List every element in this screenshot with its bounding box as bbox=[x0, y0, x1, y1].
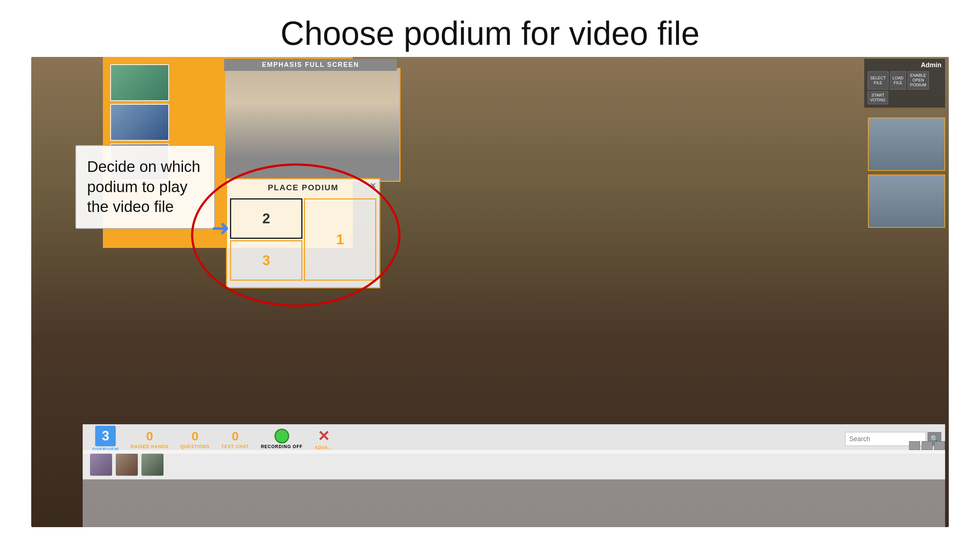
admin-label: Admin bbox=[866, 60, 943, 70]
admin-panel: Admin SELECTFILE LOADFILE ENABLEOPENPODI… bbox=[864, 59, 945, 108]
advanced-button[interactable]: ✕ ADVA... bbox=[309, 426, 339, 452]
emphasis-bar: EMPHASIS FULL SCREEN bbox=[224, 59, 397, 71]
enable-open-podium-button[interactable]: ENABLEOPENPODIUM bbox=[908, 71, 929, 90]
page-title: Choose podium for video file bbox=[0, 0, 980, 64]
raised-hands-button[interactable]: 0 RAISED HANDS bbox=[124, 427, 174, 451]
recording-indicator bbox=[275, 429, 289, 443]
questions-button[interactable]: 0 QUESTIONS bbox=[175, 427, 216, 451]
place-podium-dialog: ✕ PLACE PODIUM 2 1 3 bbox=[226, 178, 380, 288]
bottom-gray-area bbox=[83, 480, 945, 527]
load-file-button[interactable]: LOADFILE bbox=[890, 71, 906, 90]
text-chat-label: TEXT CHAT bbox=[221, 444, 249, 449]
video-person bbox=[225, 69, 399, 181]
avatar-strip bbox=[83, 450, 945, 480]
text-chat-button[interactable]: 0 TEXT CHAT bbox=[216, 427, 255, 451]
raised-hands-label: RAISED HANDS bbox=[130, 444, 168, 449]
text-chat-count: 0 bbox=[232, 429, 239, 443]
avatar-3[interactable] bbox=[142, 454, 164, 476]
grid-view-icon[interactable] bbox=[909, 441, 920, 450]
advanced-label: ADVA... bbox=[315, 445, 333, 450]
podium-cell-2[interactable]: 2 bbox=[230, 198, 302, 239]
thumbnail-2 bbox=[110, 104, 169, 141]
recording-button[interactable]: RECORDING OFF bbox=[255, 427, 309, 451]
raised-hands-count: 0 bbox=[146, 429, 153, 443]
podium-cell-1[interactable]: 1 bbox=[304, 198, 376, 281]
blue-arrow-icon: ➜ bbox=[211, 215, 230, 241]
dialog-title: PLACE PODIUM bbox=[227, 179, 379, 195]
podium-cell-3[interactable]: 3 bbox=[230, 240, 302, 281]
thumbnail-1 bbox=[110, 64, 169, 101]
avatar-1[interactable] bbox=[90, 454, 112, 476]
participant-video-2 bbox=[869, 175, 944, 227]
list-view-icon[interactable] bbox=[921, 441, 932, 450]
overview-button[interactable]: 3 OVERVIEW bbox=[86, 424, 124, 454]
recording-label: RECORDING OFF bbox=[261, 444, 303, 449]
view-icons-area bbox=[909, 441, 945, 450]
dialog-close-button[interactable]: ✕ bbox=[370, 181, 376, 191]
main-video-feed bbox=[224, 68, 401, 182]
questions-count: 0 bbox=[191, 429, 199, 443]
explanation-box: Decide on which podium to play the video… bbox=[75, 145, 215, 229]
avatar-2[interactable] bbox=[116, 454, 138, 476]
screen-frame: EMPHASIS FULL SCREEN Decide on which pod… bbox=[31, 57, 949, 527]
tile-view-icon[interactable] bbox=[934, 441, 945, 450]
participant-thumbnail-2 bbox=[868, 175, 945, 228]
questions-label: QUESTIONS bbox=[180, 444, 210, 449]
participant-video-1 bbox=[869, 118, 944, 170]
select-file-button[interactable]: SELECTFILE bbox=[867, 71, 888, 90]
admin-buttons-area: SELECTFILE LOADFILE ENABLEOPENPODIUM STA… bbox=[866, 70, 943, 106]
podium-grid: 2 1 3 bbox=[227, 195, 379, 284]
bottom-toolbar: 3 OVERVIEW 0 RAISED HANDS 0 QUESTIONS 0 … bbox=[83, 424, 945, 454]
participant-thumbnail-1 bbox=[868, 118, 945, 171]
start-voting-button[interactable]: STARTVOTING bbox=[867, 91, 888, 104]
advanced-icon: ✕ bbox=[318, 427, 330, 445]
overview-count: 3 bbox=[95, 426, 116, 446]
